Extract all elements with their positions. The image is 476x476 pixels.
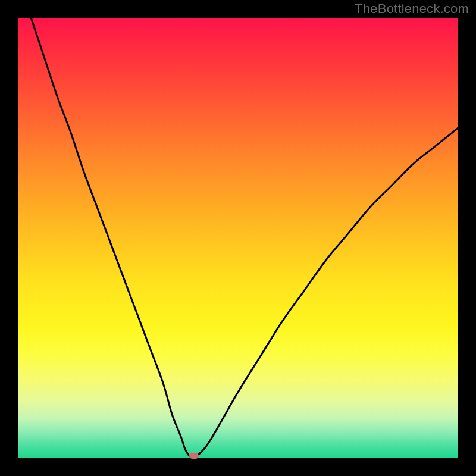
optimum-marker — [189, 453, 199, 459]
bottleneck-curve — [31, 18, 458, 456]
chart-frame: TheBottleneck.com — [0, 0, 476, 476]
curve-svg — [18, 18, 458, 458]
plot-area — [18, 18, 458, 458]
watermark-text: TheBottleneck.com — [355, 1, 469, 17]
